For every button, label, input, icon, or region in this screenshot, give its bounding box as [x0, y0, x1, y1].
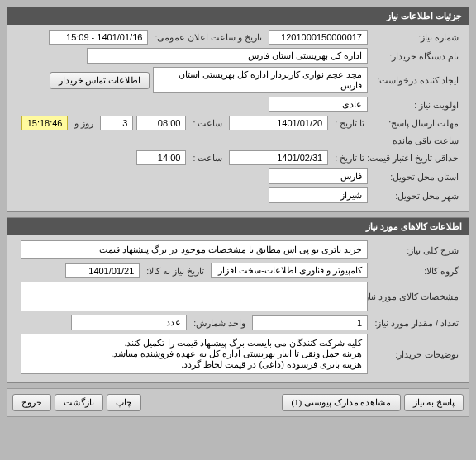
delivery-province-label: استان محل تحویل:: [371, 170, 462, 183]
to-date-label-1: تا تاریخ :: [331, 116, 368, 130]
attachments-button[interactable]: مشاهده مدارک پیوستی (1): [282, 394, 400, 411]
delivery-city-field: شیراز: [269, 187, 368, 203]
buyer-notes-label: توضیحات خریدار:: [371, 348, 462, 361]
reply-deadline-label: مهلت ارسال پاسخ:: [371, 116, 462, 130]
priority-field: عادی: [269, 97, 368, 112]
contact-buyer-button[interactable]: اطلاعات تماس خریدار: [50, 72, 150, 89]
price-time-field: 14:00: [136, 150, 186, 165]
group-label: گروه کالا:: [371, 264, 462, 277]
reply-time-field: 08:00: [136, 116, 186, 130]
summary-label: شرح کلی نیاز:: [371, 244, 462, 257]
panel1-header: جزئیات اطلاعات نیاز: [7, 7, 469, 25]
panel2-header: اطلاعات کالاهای مورد نیاز: [7, 218, 469, 235]
qty-field: 1: [252, 315, 368, 330]
spec-field: [21, 282, 368, 311]
delivery-city-label: شهر محل تحویل:: [371, 189, 462, 202]
spec-label: مشخصات کالای مورد نیاز:: [371, 290, 462, 303]
exit-button[interactable]: خروج: [12, 394, 51, 411]
public-announce-field: 1401/01/16 - 15:09: [49, 30, 148, 45]
time-label-1: ساعت :: [189, 116, 226, 130]
unit-label: واحد شمارش:: [190, 316, 249, 330]
group-field: کامپیوتر و فناوری اطلاعات-سخت افزار: [211, 263, 368, 278]
buyer-org-label: نام دستگاه خریدار:: [371, 50, 462, 63]
print-button[interactable]: چاپ: [107, 394, 141, 411]
price-date-field: 1401/02/31: [229, 150, 328, 165]
remaining-label: ساعت باقی مانده: [389, 134, 462, 147]
qty-label: تعداد / مقدار مورد نیاز:: [371, 316, 462, 330]
time-label-2: ساعت :: [189, 151, 226, 164]
reply-date-field: 1401/01/20: [229, 116, 328, 130]
remaining-time-badge: 15:18:46: [21, 116, 69, 130]
panel2-body: شرح کلی نیاز: خرید باتری یو پی اس مطابق …: [7, 235, 469, 382]
panel1-body: شماره نیاز: 1201000150000017 تاریخ و ساع…: [7, 25, 469, 211]
price-validity-label: حداقل تاریخ اعتبار قیمت:: [371, 151, 462, 164]
request-number-field: 1201000150000017: [269, 30, 368, 45]
buyer-notes-field: کلیه شرکت کنندگان می بایست برگ پیشنهاد ق…: [21, 334, 368, 374]
back-button[interactable]: بازگشت: [55, 394, 103, 411]
unit-field: عدد: [71, 315, 187, 330]
priority-label: اولویت نیاز :: [371, 98, 462, 111]
buyer-org-field: اداره کل بهزیستی استان فارس: [87, 48, 368, 64]
goods-info-panel: اطلاعات کالاهای مورد نیاز شرح کلی نیاز: …: [7, 217, 469, 383]
request-number-label: شماره نیاز:: [371, 31, 462, 44]
footer-right-group: پاسخ به نیاز مشاهده مدارک پیوستی (1): [282, 394, 464, 411]
public-announce-label: تاریخ و ساعت اعلان عمومی:: [151, 31, 265, 44]
footer-bar: پاسخ به نیاز مشاهده مدارک پیوستی (1) چاپ…: [7, 388, 469, 417]
to-date-label-2: تا تاریخ :: [331, 151, 368, 164]
reply-button[interactable]: پاسخ به نیاز: [404, 394, 464, 411]
need-date-label: تاریخ نیاز به کالا:: [143, 264, 207, 277]
need-date-field: 1401/01/21: [65, 263, 140, 278]
creator-label: ایجاد کننده درخواست:: [371, 74, 462, 87]
summary-field: خرید باتری یو پی اس مطابق با مشخصات موجو…: [21, 240, 368, 259]
days-field: 3: [100, 116, 133, 130]
delivery-province-field: فارس: [269, 168, 368, 184]
creator-field: مجد عجم نوازی کارپرداز اداره کل بهزیستی …: [153, 67, 368, 93]
footer-left-group: چاپ بازگشت خروج: [12, 394, 141, 411]
days-label: روز و: [71, 116, 97, 130]
need-details-panel: جزئیات اطلاعات نیاز شماره نیاز: 12010001…: [7, 7, 469, 212]
